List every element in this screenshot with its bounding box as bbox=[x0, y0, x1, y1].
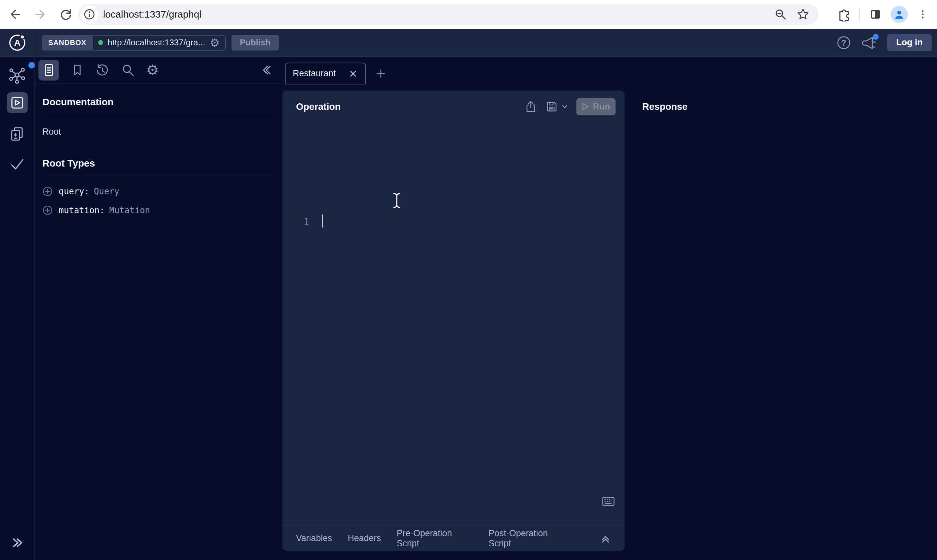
bookmark-star-icon[interactable] bbox=[796, 8, 810, 21]
help-icon[interactable]: ? bbox=[836, 35, 851, 50]
endpoint-input[interactable]: http://localhost:1337/gra... ⚙ bbox=[93, 35, 226, 51]
tab-variables[interactable]: Variables bbox=[296, 533, 332, 543]
tab-post-operation-script[interactable]: Post-Operation Script bbox=[489, 528, 569, 549]
save-icon[interactable] bbox=[545, 100, 558, 113]
endpoint-settings-icon[interactable]: ⚙ bbox=[210, 37, 219, 48]
extensions-icon[interactable] bbox=[837, 7, 851, 22]
operation-title: Operation bbox=[296, 102, 524, 112]
checks-nav-icon[interactable] bbox=[8, 155, 26, 173]
graph-notification-dot bbox=[28, 62, 35, 68]
announcements-notification-dot bbox=[873, 34, 879, 40]
apollo-header: A SANDBOX http://localhost:1337/gra... ⚙… bbox=[0, 29, 937, 57]
collapse-panel-icon[interactable] bbox=[261, 63, 274, 77]
zoom-icon[interactable] bbox=[774, 8, 787, 21]
close-tab-icon[interactable] bbox=[348, 69, 358, 78]
sandbox-endpoint-group: SANDBOX http://localhost:1337/gra... ⚙ bbox=[42, 35, 226, 51]
divider bbox=[42, 176, 274, 176]
docs-root-link[interactable]: Root bbox=[42, 127, 274, 137]
docs-title: Documentation bbox=[42, 97, 274, 108]
run-button[interactable]: Run bbox=[576, 98, 615, 115]
add-mutation-icon[interactable] bbox=[42, 205, 53, 215]
left-nav-rail bbox=[0, 57, 35, 560]
docs-toolbar: ⚙ bbox=[35, 57, 282, 83]
changelog-nav-icon[interactable] bbox=[9, 126, 26, 143]
tab-headers[interactable]: Headers bbox=[348, 533, 381, 543]
new-tab-icon[interactable] bbox=[374, 66, 388, 81]
endpoint-url-text[interactable]: http://localhost:1337/gra... bbox=[108, 37, 205, 48]
apollo-logo[interactable]: A bbox=[0, 29, 35, 57]
divider bbox=[42, 115, 274, 115]
tab-restaurant[interactable]: Restaurant bbox=[285, 63, 366, 85]
expand-rail-icon[interactable] bbox=[10, 535, 25, 550]
keyboard-shortcuts-icon[interactable] bbox=[601, 495, 615, 508]
field-name[interactable]: query: bbox=[59, 186, 89, 196]
run-label: Run bbox=[593, 102, 610, 112]
side-panel-icon[interactable] bbox=[869, 8, 882, 21]
mutation-field-row: mutation: Mutation bbox=[42, 205, 274, 215]
operation-header: Operation bbox=[282, 91, 625, 123]
connection-status-dot bbox=[98, 40, 103, 45]
tab-label: Restaurant bbox=[293, 68, 348, 78]
expand-bottom-panel-icon[interactable] bbox=[600, 533, 611, 544]
run-play-icon bbox=[582, 103, 589, 111]
explorer-nav-icon[interactable] bbox=[7, 92, 28, 113]
documentation-tab-icon[interactable] bbox=[38, 60, 59, 80]
login-button[interactable]: Log in bbox=[887, 34, 932, 51]
operation-bottom-bar: Variables Headers Pre-Operation Script P… bbox=[282, 525, 625, 551]
share-icon[interactable] bbox=[524, 100, 537, 113]
publish-button[interactable]: Publish bbox=[231, 35, 279, 51]
toolbar-divider bbox=[859, 8, 860, 21]
profile-avatar[interactable] bbox=[891, 6, 908, 23]
add-query-icon[interactable] bbox=[42, 186, 53, 197]
help-glyph: ? bbox=[841, 38, 846, 47]
settings-tab-icon[interactable]: ⚙ bbox=[146, 63, 159, 77]
editor-line-number: 1 bbox=[299, 217, 309, 226]
graph-nav-icon[interactable] bbox=[8, 66, 26, 85]
operation-panel: Operation bbox=[282, 91, 625, 551]
operation-editor[interactable] bbox=[315, 211, 615, 486]
forward-icon[interactable] bbox=[32, 6, 48, 22]
documentation-panel: ⚙ Documentation Root Root Types query: Q… bbox=[35, 57, 282, 560]
response-title: Response bbox=[642, 102, 688, 112]
text-cursor-pointer bbox=[392, 192, 401, 209]
announcements-icon[interactable] bbox=[861, 35, 877, 51]
field-type-link[interactable]: Mutation bbox=[109, 205, 150, 215]
url-text[interactable]: localhost:1337/graphql bbox=[103, 9, 774, 20]
search-tab-icon[interactable] bbox=[121, 63, 135, 77]
docs-root-types-title: Root Types bbox=[42, 158, 274, 169]
tab-pre-operation-script[interactable]: Pre-Operation Script bbox=[397, 528, 473, 549]
address-bar[interactable]: localhost:1337/graphql bbox=[78, 4, 819, 25]
field-type-link[interactable]: Query bbox=[94, 186, 119, 196]
history-tab-icon[interactable] bbox=[95, 63, 109, 77]
field-name[interactable]: mutation: bbox=[59, 205, 105, 215]
sandbox-badge: SANDBOX bbox=[42, 35, 93, 51]
browser-menu-icon[interactable] bbox=[916, 8, 929, 21]
logo-letter: A bbox=[14, 38, 20, 48]
site-info-icon[interactable] bbox=[80, 5, 98, 23]
query-field-row: query: Query bbox=[42, 186, 274, 197]
back-icon[interactable] bbox=[7, 6, 23, 22]
bookmarks-tab-icon[interactable] bbox=[71, 63, 84, 77]
reload-icon[interactable] bbox=[58, 6, 74, 22]
save-options-chevron-icon[interactable] bbox=[561, 103, 569, 111]
browser-toolbar: localhost:1337/graphql bbox=[0, 0, 937, 29]
